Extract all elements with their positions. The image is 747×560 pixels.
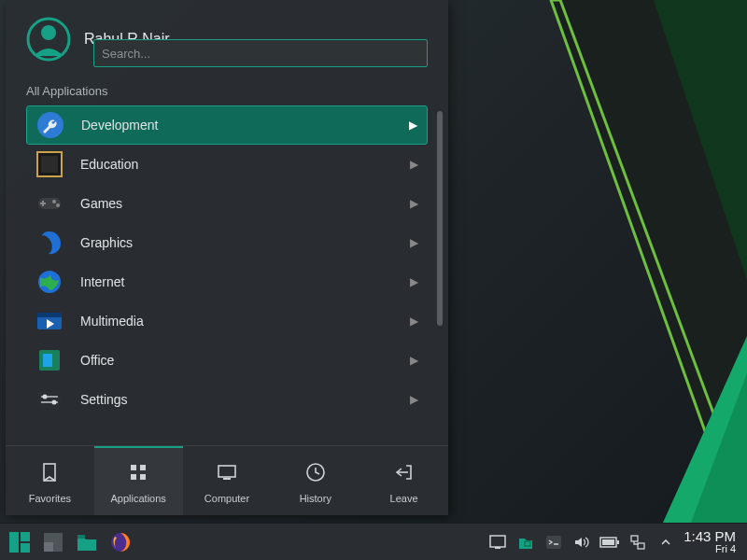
- svg-rect-9: [41, 156, 58, 173]
- search-input[interactable]: [93, 39, 428, 67]
- chevron-right-icon: ▶: [410, 158, 418, 171]
- tab-computer[interactable]: Computer: [183, 446, 272, 515]
- tray-expand-icon[interactable]: [654, 530, 678, 554]
- svg-rect-23: [131, 465, 136, 470]
- svg-rect-15: [37, 313, 62, 317]
- category-item-multimedia[interactable]: Multimedia▶: [26, 301, 428, 341]
- media-icon: [35, 307, 63, 335]
- tab-applications[interactable]: Applications: [94, 446, 183, 515]
- settings-icon: [35, 385, 63, 413]
- clock-time: 1:43 PM: [684, 529, 736, 544]
- file-manager-launcher[interactable]: [73, 528, 101, 556]
- tray-terminal-icon[interactable]: [542, 530, 566, 554]
- category-item-settings[interactable]: Settings▶: [26, 380, 428, 419]
- taskbar: 1:43 PM Fri 4: [0, 523, 747, 560]
- category-item-games[interactable]: Games▶: [26, 184, 428, 223]
- category-label: Development: [81, 118, 392, 133]
- tab-label: Leave: [390, 493, 418, 504]
- svg-rect-25: [131, 474, 136, 480]
- svg-rect-35: [78, 535, 85, 539]
- svg-rect-24: [140, 465, 146, 470]
- firefox-launcher[interactable]: [106, 528, 134, 556]
- svg-rect-22: [44, 464, 55, 481]
- tab-label: Favorites: [29, 493, 71, 504]
- gamepad-icon: [35, 189, 63, 217]
- tray-volume-icon[interactable]: [570, 530, 594, 554]
- svg-point-12: [56, 203, 60, 207]
- svg-rect-27: [218, 466, 235, 477]
- tab-leave[interactable]: Leave: [359, 446, 448, 515]
- application-launcher: Rahul R Nair All Applications Developmen…: [6, 0, 448, 515]
- category-label: Internet: [80, 274, 393, 289]
- graphics-icon: [35, 229, 63, 257]
- globe-icon: [35, 268, 63, 296]
- category-label: Education: [80, 157, 393, 172]
- category-list: Development▶Education▶Games▶Graphics▶Int…: [6, 105, 448, 445]
- education-icon: [35, 150, 63, 178]
- category-item-development[interactable]: Development▶: [26, 105, 428, 145]
- tray-network-icon[interactable]: [626, 530, 650, 554]
- search-container: [6, 39, 448, 67]
- svg-rect-19: [38, 391, 61, 408]
- chevron-right-icon: ▶: [410, 354, 418, 367]
- category-label: Settings: [80, 392, 393, 407]
- clock-date: Fri 4: [684, 544, 736, 555]
- wallpaper-accent-shapes: [448, 0, 747, 523]
- taskbar-left: [6, 528, 134, 556]
- category-label: Games: [80, 196, 393, 211]
- svg-rect-34: [44, 542, 53, 552]
- category-label: Graphics: [80, 235, 393, 250]
- svg-rect-32: [21, 543, 30, 553]
- svg-point-6: [41, 25, 56, 40]
- chevron-right-icon: ▶: [409, 119, 417, 132]
- svg-rect-40: [546, 536, 561, 549]
- svg-rect-37: [490, 536, 505, 547]
- clock[interactable]: 1:43 PM Fri 4: [678, 529, 741, 554]
- svg-rect-18: [43, 354, 52, 367]
- scrollbar-thumb[interactable]: [437, 111, 443, 326]
- chevron-right-icon: ▶: [410, 197, 418, 210]
- tab-label: Applications: [111, 493, 166, 504]
- system-tray: [486, 530, 678, 554]
- chevron-right-icon: ▶: [410, 275, 418, 288]
- svg-rect-44: [631, 536, 638, 541]
- svg-rect-30: [9, 532, 19, 553]
- svg-point-20: [43, 395, 48, 399]
- svg-rect-26: [140, 474, 146, 480]
- wrench-icon: [36, 111, 64, 139]
- category-item-internet[interactable]: Internet▶: [26, 262, 428, 301]
- tab-favorites[interactable]: Favorites: [6, 446, 94, 515]
- category-item-graphics[interactable]: Graphics▶: [26, 223, 428, 262]
- category-item-education[interactable]: Education▶: [26, 145, 428, 184]
- launcher-tabs: FavoritesApplicationsComputerHistoryLeav…: [6, 445, 448, 515]
- tray-desktop-icon[interactable]: [486, 530, 510, 554]
- start-button[interactable]: [6, 528, 34, 556]
- svg-rect-31: [21, 532, 30, 541]
- tray-clipboard-icon[interactable]: [514, 530, 538, 554]
- category-label: Office: [80, 353, 393, 368]
- category-label: Multimedia: [80, 314, 393, 329]
- tab-history[interactable]: History: [271, 446, 359, 515]
- svg-rect-43: [617, 540, 619, 544]
- show-desktop-button[interactable]: [39, 528, 67, 556]
- svg-point-11: [52, 200, 56, 203]
- svg-point-21: [52, 400, 57, 405]
- tab-label: Computer: [204, 493, 249, 504]
- chevron-right-icon: ▶: [410, 393, 418, 406]
- office-icon: [35, 346, 63, 374]
- svg-rect-42: [602, 539, 614, 545]
- svg-rect-45: [638, 543, 644, 549]
- section-label: All Applications: [6, 84, 448, 105]
- chevron-right-icon: ▶: [410, 315, 418, 328]
- tab-label: History: [300, 493, 331, 504]
- chevron-right-icon: ▶: [410, 236, 418, 249]
- tray-battery-icon[interactable]: [598, 530, 622, 554]
- svg-rect-38: [495, 547, 500, 549]
- svg-rect-28: [223, 478, 231, 480]
- category-item-office[interactable]: Office▶: [26, 341, 428, 380]
